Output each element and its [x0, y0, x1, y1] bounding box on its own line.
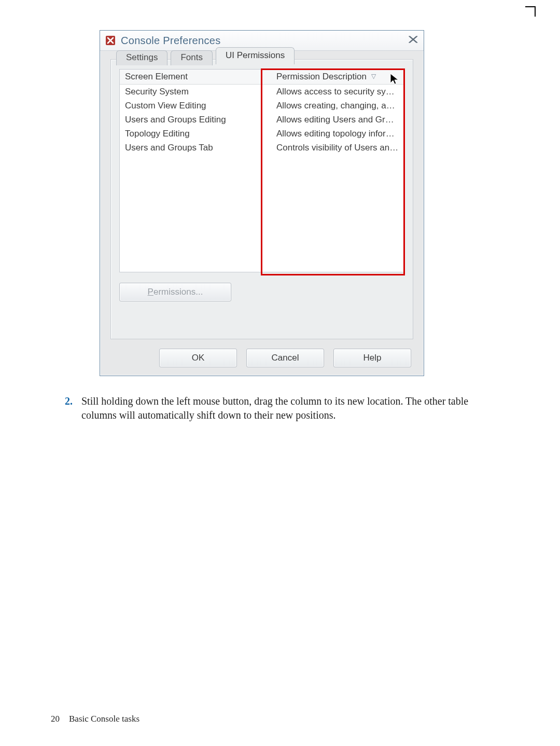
- cancel-button[interactable]: Cancel: [246, 349, 324, 367]
- close-icon[interactable]: [407, 35, 418, 47]
- permissions-button-row: Permissions...: [119, 283, 231, 301]
- tab-fonts[interactable]: Fonts: [171, 50, 213, 65]
- dialog-button-row: OK Cancel Help: [100, 349, 424, 367]
- dialog-title: Console Preferences: [121, 35, 220, 47]
- page: Console Preferences Settings Fonts: [0, 0, 560, 746]
- cell-element: Security System: [120, 86, 271, 98]
- page-number: 20: [51, 714, 60, 724]
- step-number: 2.: [65, 394, 81, 422]
- cell-description: Allows access to security system.: [271, 86, 404, 98]
- button-label: Cancel: [272, 353, 299, 363]
- table-body: Security System Allows access to securit…: [120, 85, 404, 155]
- console-preferences-screenshot: Console Preferences Settings Fonts: [100, 30, 423, 375]
- section-title: Basic Console tasks: [69, 714, 139, 724]
- cell-description: Controls visibility of Users and Gr...: [271, 142, 404, 154]
- tab-label: UI Permissions: [226, 50, 285, 60]
- button-label-rest: ermissions...: [153, 287, 203, 297]
- cell-element: Custom View Editing: [120, 100, 271, 112]
- cell-description: Allows editing Users and Groups...: [271, 114, 404, 126]
- cell-description: Allows creating, changing, and d...: [271, 100, 404, 112]
- step-text: Still holding down the left mouse button…: [81, 394, 500, 422]
- console-preferences-dialog: Console Preferences Settings Fonts: [100, 30, 424, 376]
- table-row[interactable]: Custom View Editing Allows creating, cha…: [120, 99, 404, 113]
- ok-button[interactable]: OK: [159, 349, 237, 367]
- table-row[interactable]: Users and Groups Editing Allows editing …: [120, 113, 404, 127]
- tab-label: Fonts: [180, 52, 203, 62]
- table-row[interactable]: Users and Groups Tab Controls visibility…: [120, 141, 404, 155]
- page-footer: 20 Basic Console tasks: [51, 714, 139, 724]
- cell-element: Topology Editing: [120, 128, 271, 140]
- sort-descending-icon: ▽: [371, 73, 376, 80]
- table-row[interactable]: Topology Editing Allows editing topology…: [120, 127, 404, 141]
- column-header-label: Permission Description: [276, 72, 367, 81]
- tab-ui-permissions[interactable]: UI Permissions: [216, 47, 295, 64]
- column-header-screen-element[interactable]: Screen Element: [120, 70, 271, 84]
- table-header-row: Screen Element Permission Description ▽: [120, 70, 404, 85]
- help-button[interactable]: Help: [333, 349, 411, 367]
- mnemonic-letter: P: [148, 287, 153, 297]
- button-label: OK: [192, 353, 205, 363]
- column-header-label: Screen Element: [125, 72, 188, 81]
- cell-element: Users and Groups Tab: [120, 142, 271, 154]
- instruction-step: 2. Still holding down the left mouse but…: [65, 394, 500, 422]
- column-header-permission-description[interactable]: Permission Description ▽: [271, 70, 404, 84]
- page-corner-decoration: [525, 6, 536, 17]
- table-row[interactable]: Security System Allows access to securit…: [120, 85, 404, 99]
- tab-strip: Settings Fonts UI Permissions: [116, 48, 298, 64]
- tab-panel: Settings Fonts UI Permissions Screen Ele…: [110, 59, 413, 339]
- tab-settings[interactable]: Settings: [116, 50, 167, 65]
- permissions-button[interactable]: Permissions...: [119, 283, 231, 301]
- tab-label: Settings: [126, 52, 158, 62]
- button-label: Help: [363, 353, 382, 363]
- permissions-table: Screen Element Permission Description ▽: [119, 69, 404, 272]
- app-icon: [105, 35, 116, 46]
- cell-description: Allows editing topology informati...: [271, 128, 404, 140]
- cell-element: Users and Groups Editing: [120, 114, 271, 126]
